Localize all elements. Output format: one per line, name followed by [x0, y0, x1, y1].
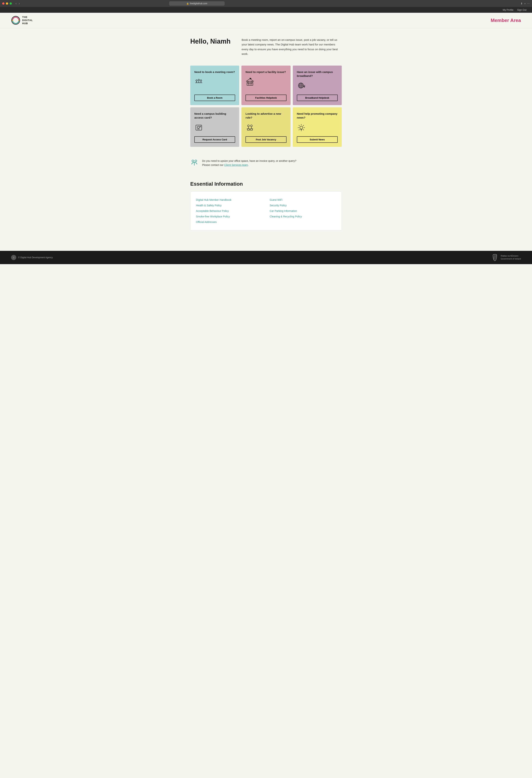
svg-rect-11: [249, 83, 251, 85]
browser-menu-icon[interactable]: ⋯: [527, 2, 530, 5]
job-vacancy-icon: [245, 123, 286, 133]
svg-point-3: [196, 80, 197, 81]
svg-point-1: [12, 20, 13, 21]
contact-text-part1: Do you need to upsize your office space,…: [202, 159, 296, 162]
footer-gov-logo: [491, 254, 499, 261]
site-footer: ↑ © Digital Hub Development Agency Rialt…: [0, 251, 532, 264]
card-job-vacancy-title: Looking to advertise a new role?: [245, 112, 286, 120]
svg-line-45: [299, 130, 299, 130]
essential-links-box: Digital Hub Member Handbook Health & Saf…: [190, 191, 342, 231]
svg-point-48: [192, 160, 194, 162]
svg-line-54: [493, 258, 496, 258]
essential-links-right: Guest WiFi Security Policy Car Parking I…: [270, 197, 336, 225]
essential-link-cleaning[interactable]: Cleaning & Recycling Policy: [270, 214, 336, 219]
svg-rect-36: [250, 129, 252, 130]
card-access-card-title: Need a campus building access card?: [194, 112, 235, 120]
browser-dot-green[interactable]: [10, 2, 12, 5]
post-job-vacancy-button[interactable]: Post Job Vacancy: [245, 136, 286, 143]
svg-point-5: [200, 80, 202, 81]
svg-point-2: [18, 20, 19, 21]
svg-rect-24: [196, 125, 202, 130]
member-area-title: Member Area: [490, 17, 521, 23]
browser-back-button[interactable]: ‹: [15, 2, 17, 5]
svg-line-53: [493, 257, 496, 257]
svg-line-42: [299, 125, 299, 126]
contact-icon: [190, 159, 199, 167]
browser-chrome: ‹ › 🔒 thedigitalhub.com ⬆ + ⋯: [0, 0, 532, 7]
logo-container[interactable]: THE DIGITAL HUB: [11, 16, 33, 25]
broadband-helpdesk-button[interactable]: Broadband Helpdesk: [297, 94, 338, 101]
essential-link-security[interactable]: Security Policy: [270, 203, 336, 208]
essential-title: Essential Information: [190, 181, 342, 187]
browser-actions: ⬆ + ⋯: [521, 2, 530, 5]
svg-point-49: [195, 160, 197, 162]
svg-marker-15: [250, 78, 251, 79]
card-job-vacancy: Looking to advertise a new role? Post Jo…: [241, 107, 290, 147]
svg-line-43: [303, 130, 304, 130]
cards-grid: Need to book a meeting room? Book a Room…: [190, 66, 342, 147]
footer-copyright: © Digital Hub Development Agency: [18, 256, 53, 259]
browser-url-text: thedigitalhub.com: [190, 2, 207, 5]
top-nav: My Profile Sign Out: [0, 7, 532, 13]
footer-up-icon[interactable]: ↑: [11, 255, 16, 260]
essential-link-behaviour[interactable]: Acceptable Behaviour Policy: [196, 208, 262, 214]
essential-link-smokefree[interactable]: Smoke-free Workplace Policy: [196, 214, 262, 219]
card-facility-title: Need to report a facility issue?: [245, 70, 286, 74]
footer-gov-text: Rialtas na hÉireann Government of Irelan…: [501, 254, 521, 260]
card-facility: Need to report a facility issue? Facilit…: [241, 66, 290, 105]
svg-line-44: [303, 125, 304, 126]
svg-line-51: [494, 255, 497, 256]
footer-gov-line1: Rialtas na hÉireann: [501, 254, 521, 257]
svg-point-4: [198, 79, 200, 81]
logo-text: THE DIGITAL HUB: [22, 16, 33, 25]
svg-point-30: [250, 125, 252, 127]
card-broadband: Have an issue with campus broadband? Bro…: [293, 66, 342, 105]
browser-forward-button[interactable]: ›: [18, 2, 20, 5]
essential-link-health-safety[interactable]: Health & Safety Policy: [196, 203, 262, 208]
site-header: THE DIGITAL HUB Member Area: [0, 13, 532, 28]
footer-gov-line2: Government of Ireland: [501, 257, 521, 260]
svg-point-29: [247, 125, 249, 127]
request-access-card-button[interactable]: Request Access Card: [194, 136, 235, 143]
footer-right: Rialtas na hÉireann Government of Irelan…: [491, 254, 521, 261]
essential-section: Essential Information Digital Hub Member…: [190, 181, 342, 231]
browser-dot-yellow[interactable]: [6, 2, 8, 5]
essential-link-wifi[interactable]: Guest WiFi: [270, 197, 336, 203]
facility-icon: [245, 78, 286, 91]
browser-add-tab-icon[interactable]: +: [524, 2, 526, 5]
footer-left: ↑ © Digital Hub Development Agency: [11, 255, 53, 260]
book-room-button[interactable]: Book a Room: [194, 94, 235, 101]
contact-text-part2: Please contact our: [202, 163, 224, 166]
svg-rect-35: [247, 129, 249, 130]
card-book-room: Need to book a meeting room? Book a Room: [190, 66, 239, 105]
essential-link-addresses[interactable]: Official Addresses: [196, 219, 262, 225]
sign-out-link[interactable]: Sign Out: [517, 8, 526, 11]
hero-section: Hello, Niamh Book a meeting room, report…: [190, 37, 342, 56]
submit-news-button[interactable]: Submit News: [297, 136, 338, 143]
svg-line-55: [493, 259, 496, 259]
facilities-helpdesk-button[interactable]: Facilities Helpdesk: [245, 94, 286, 101]
card-book-room-title: Need to book a meeting room?: [194, 70, 235, 74]
card-news: Need help promoting company news?: [293, 107, 342, 147]
essential-link-handbook[interactable]: Digital Hub Member Handbook: [196, 197, 262, 203]
browser-dot-red[interactable]: [2, 2, 4, 5]
client-services-link[interactable]: Client Services team: [224, 163, 248, 166]
browser-share-icon[interactable]: ⬆: [521, 2, 523, 5]
contact-text: Do you need to upsize your office space,…: [202, 159, 296, 167]
my-profile-link[interactable]: My Profile: [503, 8, 514, 11]
essential-links-left: Digital Hub Member Handbook Health & Saf…: [196, 197, 262, 225]
news-icon: [297, 123, 338, 133]
meeting-room-icon: [194, 78, 235, 91]
svg-line-52: [494, 256, 496, 256]
main-content: Hello, Niamh Book a meeting room, report…: [186, 28, 346, 247]
hero-greeting: Hello, Niamh: [190, 37, 231, 45]
essential-link-parking[interactable]: Car Parking Information: [270, 208, 336, 214]
svg-point-37: [300, 126, 303, 129]
contact-text-part3: .: [248, 163, 249, 166]
card-news-title: Need help promoting company news?: [297, 112, 338, 120]
card-broadband-title: Have an issue with campus broadband?: [297, 70, 338, 78]
broadband-icon: [297, 81, 338, 91]
browser-addressbar[interactable]: 🔒 thedigitalhub.com: [169, 1, 225, 6]
card-access-card: Need a campus building access card? Requ…: [190, 107, 239, 147]
hero-description: Book a meeting room, report an on-campus…: [242, 37, 342, 56]
